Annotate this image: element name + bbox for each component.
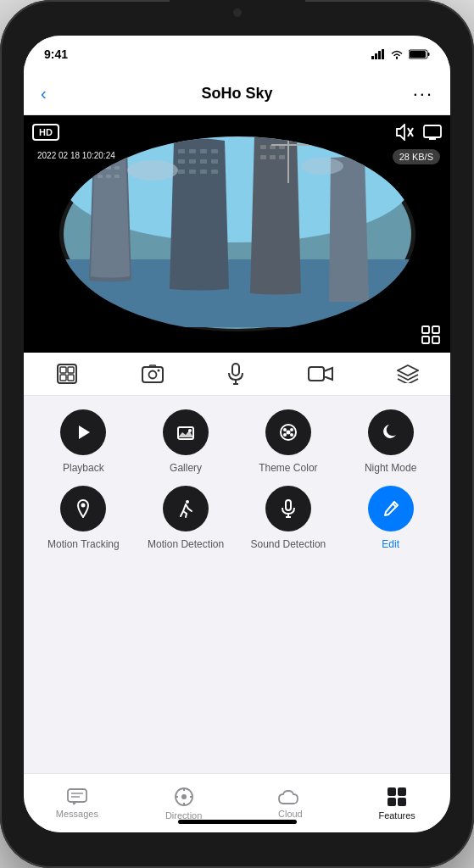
sound-detection-icon-bg	[265, 486, 311, 531]
svg-rect-48	[422, 326, 429, 333]
svg-rect-80	[68, 789, 86, 802]
svg-rect-57	[142, 367, 163, 382]
tab-features[interactable]: Features	[363, 787, 431, 821]
svg-point-74	[81, 503, 86, 507]
svg-rect-27	[189, 149, 196, 153]
svg-point-71	[283, 433, 287, 437]
tab-cloud[interactable]: Cloud	[256, 788, 324, 819]
layers-icon	[397, 364, 419, 383]
pin-icon	[74, 499, 92, 518]
phone-screen: 9:41 ‹ SoHo Sky ··· HD	[24, 36, 450, 832]
feature-edit[interactable]: Edit	[349, 486, 433, 552]
svg-rect-26	[178, 149, 185, 153]
features-row-1: Playback Gallery	[32, 409, 442, 476]
svg-rect-90	[398, 787, 406, 796]
svg-point-88	[181, 794, 187, 799]
toolbar-screenshot[interactable]	[56, 363, 78, 385]
toolbar-video[interactable]	[308, 364, 333, 383]
motion-detection-label: Motion Detection	[148, 538, 224, 552]
moon-icon	[382, 423, 399, 442]
toolbar-photo[interactable]	[142, 364, 164, 383]
svg-rect-21	[106, 166, 111, 170]
features-tab-label: Features	[378, 810, 415, 821]
mute-icon[interactable]	[394, 124, 415, 141]
feature-night-mode[interactable]: Night Mode	[349, 409, 433, 476]
feature-gallery[interactable]: Gallery	[143, 409, 228, 476]
svg-rect-28	[200, 149, 207, 153]
svg-rect-20	[98, 166, 103, 170]
fullscreen-button[interactable]	[421, 326, 440, 344]
feature-sound-detection[interactable]: Sound Detection	[246, 486, 331, 552]
theme-icon-bg	[265, 409, 311, 455]
features-section: Playback Gallery	[24, 396, 450, 773]
sound-detection-label: Sound Detection	[251, 538, 326, 552]
svg-rect-37	[211, 170, 218, 174]
direction-tab-label: Direction	[165, 810, 202, 821]
feature-motion-tracking[interactable]: Motion Tracking	[41, 486, 125, 552]
feature-motion-detection[interactable]: Motion Detection	[143, 486, 228, 552]
tab-messages[interactable]: Messages	[43, 788, 111, 819]
toolbar-microphone[interactable]	[227, 363, 244, 385]
video-controls	[394, 124, 442, 141]
svg-rect-35	[189, 170, 196, 174]
edit-icon	[382, 499, 400, 518]
svg-rect-0	[371, 56, 374, 59]
svg-rect-42	[270, 155, 276, 159]
svg-rect-23	[98, 175, 103, 178]
screenshot-icon	[56, 363, 78, 385]
svg-rect-36	[200, 170, 207, 174]
svg-point-45	[301, 158, 343, 175]
playback-label: Playback	[63, 462, 104, 476]
svg-rect-91	[388, 798, 396, 806]
feature-playback[interactable]: Playback	[41, 409, 125, 476]
signal-icon	[371, 49, 385, 59]
svg-rect-22	[114, 166, 120, 170]
toolbar-more[interactable]	[397, 364, 419, 383]
svg-rect-63	[309, 367, 324, 381]
theme-color-label: Theme Color	[259, 462, 317, 476]
svg-rect-51	[432, 337, 439, 343]
back-button[interactable]: ‹	[41, 84, 75, 103]
fullscreen-icon	[421, 326, 440, 344]
status-time: 9:41	[44, 47, 68, 61]
svg-rect-55	[60, 375, 66, 381]
more-button[interactable]: ···	[399, 83, 433, 105]
svg-rect-76	[286, 500, 291, 510]
video-icon	[308, 364, 333, 383]
svg-rect-31	[189, 159, 196, 164]
tab-direction[interactable]: Direction	[150, 787, 218, 821]
svg-point-69	[283, 428, 287, 431]
svg-rect-49	[432, 326, 439, 333]
video-speed: 28 KB/S	[393, 149, 440, 164]
play-icon	[74, 423, 92, 442]
microphone-icon	[227, 363, 244, 385]
svg-point-59	[157, 370, 159, 372]
svg-rect-54	[68, 367, 74, 373]
motion-detection-icon-bg	[163, 486, 209, 531]
night-icon-bg	[368, 409, 414, 455]
svg-rect-24	[106, 175, 111, 178]
svg-rect-29	[211, 149, 218, 153]
features-row-2: Motion Tracking Motion Detection	[32, 486, 442, 552]
gallery-label: Gallery	[170, 462, 202, 476]
phone-notch	[170, 0, 305, 25]
edit-icon-bg	[368, 486, 414, 531]
wifi-icon	[390, 49, 404, 59]
svg-rect-25	[114, 175, 120, 178]
svg-point-75	[186, 500, 189, 504]
svg-rect-5	[410, 51, 426, 58]
svg-point-58	[148, 371, 156, 379]
svg-rect-33	[211, 159, 218, 164]
svg-rect-6	[428, 53, 430, 56]
video-top-bar: HD	[32, 124, 442, 141]
cloud-icon	[278, 788, 302, 805]
fisheye-view	[42, 132, 432, 336]
video-timestamp: 2022 02 18 10:20:24	[34, 149, 119, 162]
status-bar: 9:41	[24, 36, 450, 73]
photo-icon	[142, 364, 164, 383]
direction-icon	[174, 787, 194, 807]
svg-rect-43	[279, 155, 285, 159]
screen-icon[interactable]	[423, 125, 442, 140]
svg-rect-38	[260, 145, 266, 149]
feature-theme-color[interactable]: Theme Color	[246, 409, 331, 476]
